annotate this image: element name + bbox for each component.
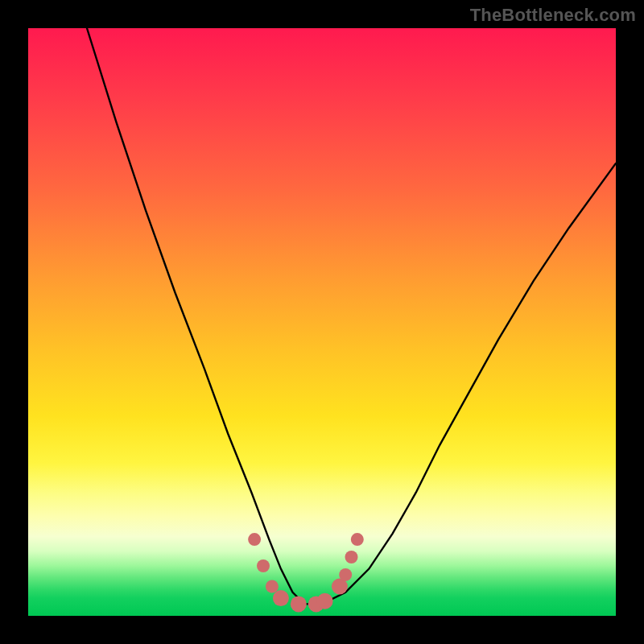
highlight-dot bbox=[345, 551, 358, 564]
plot-area bbox=[28, 28, 616, 616]
watermark-text: TheBottleneck.com bbox=[470, 5, 636, 26]
highlight-dot bbox=[291, 596, 307, 612]
chart-frame: TheBottleneck.com bbox=[0, 0, 644, 644]
highlight-dot bbox=[273, 590, 289, 606]
highlight-dot bbox=[339, 568, 352, 581]
bottleneck-curve bbox=[87, 28, 616, 604]
highlight-dot bbox=[257, 559, 270, 572]
highlight-dot bbox=[266, 580, 279, 593]
chart-svg bbox=[28, 28, 616, 616]
highlight-dot bbox=[317, 593, 333, 609]
highlight-dot bbox=[248, 533, 261, 546]
highlight-dot bbox=[351, 533, 364, 546]
highlight-dots-group bbox=[248, 533, 364, 612]
